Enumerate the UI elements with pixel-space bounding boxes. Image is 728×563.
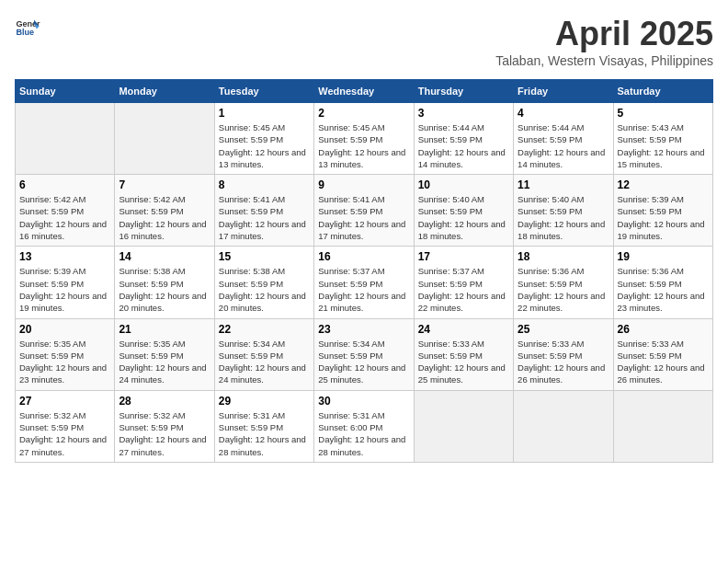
- day-number: 1: [219, 107, 310, 120]
- day-info: Sunrise: 5:36 AMSunset: 5:59 PMDaylight:…: [518, 265, 609, 314]
- calendar-cell: 22Sunrise: 5:34 AMSunset: 5:59 PMDayligh…: [214, 318, 313, 390]
- day-info: Sunrise: 5:42 AMSunset: 5:59 PMDaylight:…: [119, 193, 210, 242]
- day-number: 13: [19, 250, 110, 263]
- day-info: Sunrise: 5:45 AMSunset: 5:59 PMDaylight:…: [219, 121, 310, 170]
- weekday-header-row: SundayMondayTuesdayWednesdayThursdayFrid…: [16, 80, 713, 103]
- day-number: 16: [318, 250, 409, 263]
- day-number: 5: [618, 107, 709, 120]
- day-number: 23: [318, 323, 409, 336]
- day-info: Sunrise: 5:39 AMSunset: 5:59 PMDaylight:…: [618, 193, 709, 242]
- calendar-week-row: 13Sunrise: 5:39 AMSunset: 5:59 PMDayligh…: [16, 247, 713, 318]
- svg-text:Blue: Blue: [16, 28, 34, 37]
- calendar-cell: 6Sunrise: 5:42 AMSunset: 5:59 PMDaylight…: [16, 175, 115, 247]
- day-info: Sunrise: 5:35 AMSunset: 5:59 PMDaylight:…: [119, 338, 210, 386]
- day-number: 18: [518, 250, 609, 263]
- calendar-cell: 30Sunrise: 5:31 AMSunset: 6:00 PMDayligh…: [314, 390, 414, 462]
- day-info: Sunrise: 5:45 AMSunset: 5:59 PMDaylight:…: [318, 121, 409, 170]
- calendar-cell: 8Sunrise: 5:41 AMSunset: 5:59 PMDaylight…: [214, 175, 313, 247]
- day-info: Sunrise: 5:37 AMSunset: 5:59 PMDaylight:…: [318, 265, 409, 314]
- location-subtitle: Talaban, Western Visayas, Philippines: [495, 53, 713, 68]
- day-info: Sunrise: 5:33 AMSunset: 5:59 PMDaylight:…: [418, 338, 509, 386]
- calendar-week-row: 6Sunrise: 5:42 AMSunset: 5:59 PMDaylight…: [16, 175, 713, 247]
- calendar-cell: 3Sunrise: 5:44 AMSunset: 5:59 PMDaylight…: [414, 103, 513, 175]
- day-info: Sunrise: 5:37 AMSunset: 5:59 PMDaylight:…: [418, 265, 509, 314]
- day-number: 6: [19, 178, 110, 191]
- day-number: 12: [618, 178, 709, 191]
- calendar-cell: 16Sunrise: 5:37 AMSunset: 5:59 PMDayligh…: [314, 247, 414, 318]
- day-number: 15: [219, 250, 310, 263]
- calendar-body: 1Sunrise: 5:45 AMSunset: 5:59 PMDaylight…: [16, 103, 713, 463]
- weekday-header-wednesday: Wednesday: [314, 80, 414, 103]
- day-number: 2: [318, 107, 409, 120]
- calendar-cell: 10Sunrise: 5:40 AMSunset: 5:59 PMDayligh…: [414, 175, 513, 247]
- calendar-cell: 25Sunrise: 5:33 AMSunset: 5:59 PMDayligh…: [514, 318, 613, 390]
- calendar-cell: 17Sunrise: 5:37 AMSunset: 5:59 PMDayligh…: [414, 247, 513, 318]
- calendar-cell: 14Sunrise: 5:38 AMSunset: 5:59 PMDayligh…: [115, 247, 214, 318]
- calendar-cell: 27Sunrise: 5:32 AMSunset: 5:59 PMDayligh…: [16, 390, 115, 462]
- day-number: 24: [418, 323, 509, 336]
- weekday-header-thursday: Thursday: [414, 80, 513, 103]
- calendar-cell: 23Sunrise: 5:34 AMSunset: 5:59 PMDayligh…: [314, 318, 414, 390]
- day-number: 3: [418, 107, 509, 120]
- calendar-cell: 11Sunrise: 5:40 AMSunset: 5:59 PMDayligh…: [514, 175, 613, 247]
- day-number: 20: [19, 323, 110, 336]
- day-info: Sunrise: 5:44 AMSunset: 5:59 PMDaylight:…: [518, 121, 609, 170]
- calendar-cell: 5Sunrise: 5:43 AMSunset: 5:59 PMDaylight…: [613, 103, 712, 175]
- day-number: 8: [219, 178, 310, 191]
- day-info: Sunrise: 5:32 AMSunset: 5:59 PMDaylight:…: [19, 409, 110, 458]
- calendar-cell: 7Sunrise: 5:42 AMSunset: 5:59 PMDaylight…: [115, 175, 214, 247]
- calendar-cell: 1Sunrise: 5:45 AMSunset: 5:59 PMDaylight…: [214, 103, 313, 175]
- day-number: 4: [518, 107, 609, 120]
- weekday-header-monday: Monday: [115, 80, 214, 103]
- calendar-cell: [16, 103, 115, 175]
- day-number: 30: [318, 395, 409, 408]
- day-info: Sunrise: 5:32 AMSunset: 5:59 PMDaylight:…: [119, 409, 210, 458]
- calendar-cell: [414, 390, 513, 462]
- month-title: April 2025: [495, 15, 713, 53]
- calendar-cell: 24Sunrise: 5:33 AMSunset: 5:59 PMDayligh…: [414, 318, 513, 390]
- day-info: Sunrise: 5:40 AMSunset: 5:59 PMDaylight:…: [518, 193, 609, 242]
- day-number: 9: [318, 178, 409, 191]
- calendar-cell: 21Sunrise: 5:35 AMSunset: 5:59 PMDayligh…: [115, 318, 214, 390]
- generalblue-logo-icon: General Blue: [15, 15, 40, 40]
- day-number: 17: [418, 250, 509, 263]
- day-number: 27: [19, 395, 110, 408]
- weekday-header-tuesday: Tuesday: [214, 80, 313, 103]
- day-info: Sunrise: 5:41 AMSunset: 5:59 PMDaylight:…: [318, 193, 409, 242]
- day-info: Sunrise: 5:43 AMSunset: 5:59 PMDaylight:…: [618, 121, 709, 170]
- day-info: Sunrise: 5:33 AMSunset: 5:59 PMDaylight:…: [618, 338, 709, 386]
- weekday-header-saturday: Saturday: [613, 80, 712, 103]
- day-info: Sunrise: 5:36 AMSunset: 5:59 PMDaylight:…: [618, 265, 709, 314]
- day-info: Sunrise: 5:38 AMSunset: 5:59 PMDaylight:…: [119, 265, 210, 314]
- day-number: 19: [618, 250, 709, 263]
- day-info: Sunrise: 5:42 AMSunset: 5:59 PMDaylight:…: [19, 193, 110, 242]
- weekday-header-friday: Friday: [514, 80, 613, 103]
- day-info: Sunrise: 5:31 AMSunset: 5:59 PMDaylight:…: [219, 409, 310, 458]
- day-info: Sunrise: 5:31 AMSunset: 6:00 PMDaylight:…: [318, 409, 409, 458]
- calendar-cell: [514, 390, 613, 462]
- day-info: Sunrise: 5:35 AMSunset: 5:59 PMDaylight:…: [19, 338, 110, 386]
- calendar-cell: 26Sunrise: 5:33 AMSunset: 5:59 PMDayligh…: [613, 318, 712, 390]
- day-info: Sunrise: 5:44 AMSunset: 5:59 PMDaylight:…: [418, 121, 509, 170]
- day-number: 7: [119, 178, 210, 191]
- calendar-week-row: 20Sunrise: 5:35 AMSunset: 5:59 PMDayligh…: [16, 318, 713, 390]
- day-info: Sunrise: 5:40 AMSunset: 5:59 PMDaylight:…: [418, 193, 509, 242]
- calendar-cell: 12Sunrise: 5:39 AMSunset: 5:59 PMDayligh…: [613, 175, 712, 247]
- page-header: General Blue April 2025 Talaban, Western…: [15, 15, 713, 68]
- day-number: 29: [219, 395, 310, 408]
- title-area: April 2025 Talaban, Western Visayas, Phi…: [495, 15, 713, 68]
- calendar-cell: 19Sunrise: 5:36 AMSunset: 5:59 PMDayligh…: [613, 247, 712, 318]
- day-number: 22: [219, 323, 310, 336]
- calendar-cell: 28Sunrise: 5:32 AMSunset: 5:59 PMDayligh…: [115, 390, 214, 462]
- day-number: 28: [119, 395, 210, 408]
- calendar-cell: 9Sunrise: 5:41 AMSunset: 5:59 PMDaylight…: [314, 175, 414, 247]
- day-info: Sunrise: 5:38 AMSunset: 5:59 PMDaylight:…: [219, 265, 310, 314]
- calendar-table: SundayMondayTuesdayWednesdayThursdayFrid…: [15, 79, 713, 463]
- calendar-cell: 2Sunrise: 5:45 AMSunset: 5:59 PMDaylight…: [314, 103, 414, 175]
- day-number: 26: [618, 323, 709, 336]
- day-info: Sunrise: 5:34 AMSunset: 5:59 PMDaylight:…: [318, 338, 409, 386]
- calendar-cell: 20Sunrise: 5:35 AMSunset: 5:59 PMDayligh…: [16, 318, 115, 390]
- calendar-cell: 18Sunrise: 5:36 AMSunset: 5:59 PMDayligh…: [514, 247, 613, 318]
- day-info: Sunrise: 5:39 AMSunset: 5:59 PMDaylight:…: [19, 265, 110, 314]
- calendar-week-row: 27Sunrise: 5:32 AMSunset: 5:59 PMDayligh…: [16, 390, 713, 462]
